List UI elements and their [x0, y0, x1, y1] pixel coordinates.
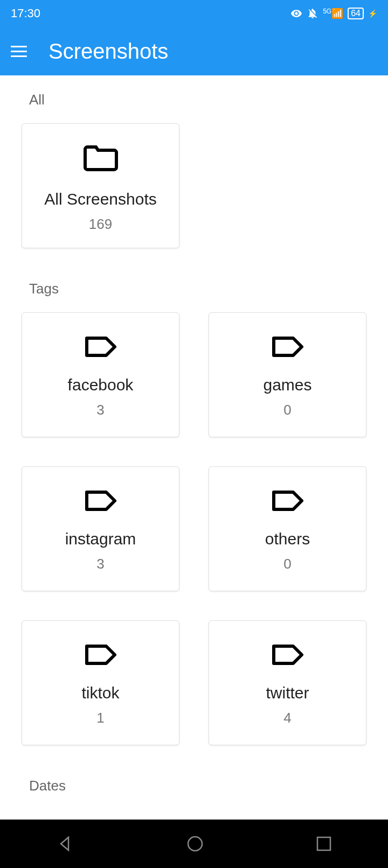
card-title: instagram	[65, 530, 136, 548]
all-grid: All Screenshots 169	[11, 123, 377, 248]
card-count: 169	[89, 216, 112, 233]
tag-icon	[271, 643, 305, 669]
all-screenshots-card[interactable]: All Screenshots 169	[22, 123, 179, 248]
tag-card-tiktok[interactable]: tiktok 1	[22, 620, 179, 745]
svg-rect-1	[317, 837, 330, 850]
home-button[interactable]	[185, 834, 205, 853]
recent-apps-button[interactable]	[315, 835, 332, 852]
card-title: All Screenshots	[44, 190, 156, 208]
status-bar: 17:30 5G📶 64 ⚡	[0, 0, 388, 27]
status-time: 17:30	[11, 6, 40, 20]
tags-grid: facebook 3 games 0 instagram 3 others 0	[11, 312, 377, 745]
card-count: 0	[283, 402, 291, 418]
navigation-bar	[0, 820, 388, 868]
tag-card-others[interactable]: others 0	[209, 466, 366, 591]
tag-icon	[84, 643, 118, 669]
section-tags-label: Tags	[29, 281, 377, 297]
tag-card-facebook[interactable]: facebook 3	[22, 312, 179, 437]
network-indicator: 5G📶	[323, 8, 343, 19]
card-title: tiktok	[81, 684, 119, 702]
tag-card-twitter[interactable]: twitter 4	[209, 620, 366, 745]
tag-card-games[interactable]: games 0	[209, 312, 366, 437]
card-count: 0	[283, 556, 291, 572]
tag-card-instagram[interactable]: instagram 3	[22, 466, 179, 591]
battery-indicator: 64	[348, 8, 364, 19]
page-title: Screenshots	[48, 39, 168, 64]
svg-point-0	[188, 837, 202, 851]
back-button[interactable]	[56, 834, 75, 853]
card-title: twitter	[266, 684, 309, 702]
card-title: others	[265, 530, 310, 548]
card-count: 3	[96, 402, 104, 418]
charging-icon: ⚡	[368, 9, 377, 18]
folder-icon	[82, 143, 120, 175]
section-dates-label: Dates	[29, 778, 377, 794]
card-count: 1	[96, 710, 104, 726]
card-title: facebook	[68, 376, 134, 394]
card-count: 3	[96, 556, 104, 572]
tag-icon	[84, 489, 118, 515]
eye-icon	[290, 8, 302, 19]
section-all-label: All	[29, 92, 377, 108]
content-area: All All Screenshots 169 Tags facebook 3 …	[0, 75, 388, 820]
menu-icon[interactable]	[11, 46, 27, 57]
bell-muted-icon	[307, 8, 318, 19]
card-count: 4	[283, 710, 291, 726]
tag-icon	[84, 335, 118, 361]
app-bar: Screenshots	[0, 27, 388, 75]
card-title: games	[263, 376, 311, 394]
tag-icon	[271, 335, 305, 361]
status-icons: 5G📶 64 ⚡	[290, 8, 377, 19]
tag-icon	[271, 489, 305, 515]
